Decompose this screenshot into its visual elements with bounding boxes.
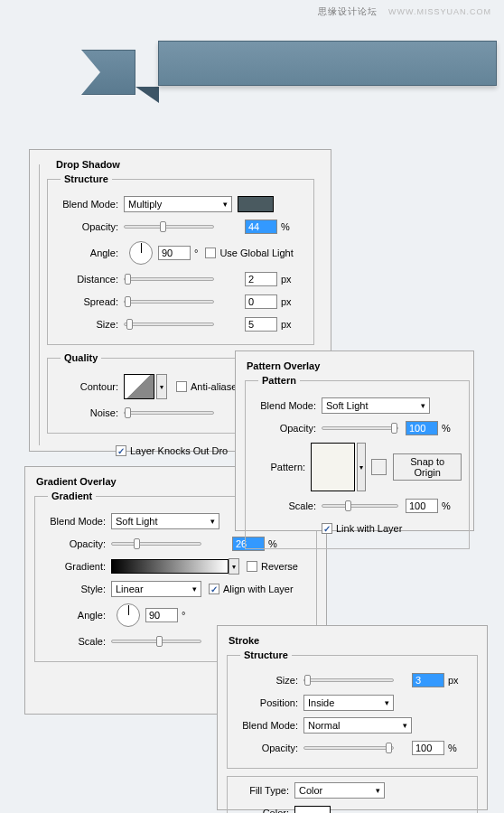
ds-spread-field[interactable]: [245, 294, 277, 309]
go-style-label: Style:: [42, 584, 106, 594]
st-structure-legend: Structure: [240, 649, 292, 660]
st-opacity-slider[interactable]: [303, 746, 394, 750]
st-position-label: Position:: [235, 697, 298, 708]
go-reverse-checkbox[interactable]: [247, 561, 257, 572]
st-opacity-label: Opacity:: [235, 743, 298, 753]
ds-size-field[interactable]: [245, 317, 277, 332]
ds-quality-legend: Quality: [61, 352, 101, 363]
ds-opacity-slider[interactable]: [124, 225, 214, 229]
ds-noise-slider[interactable]: [124, 411, 214, 415]
st-size-label: Size:: [235, 675, 298, 686]
go-align-label: Align with Layer: [223, 584, 294, 594]
go-scale-label: Scale:: [42, 636, 106, 647]
go-angle-dial[interactable]: [117, 603, 140, 627]
po-link-label: Link with Layer: [336, 523, 402, 534]
st-size-slider[interactable]: [303, 678, 394, 682]
ds-opacity-label: Opacity:: [55, 221, 118, 232]
watermark: 思缘设计论坛 WWW.MISSYUAN.COM: [318, 5, 491, 18]
ds-contour-box[interactable]: [124, 374, 154, 399]
po-blend-mode-label: Blend Mode:: [253, 400, 316, 411]
ds-color-swatch[interactable]: [238, 196, 274, 212]
go-gradient-arrow[interactable]: ▾: [229, 558, 239, 575]
go-gradient-bar[interactable]: [111, 559, 229, 574]
ds-size-slider[interactable]: [124, 322, 214, 326]
ds-antialias-checkbox[interactable]: [176, 381, 187, 392]
go-blend-mode-select[interactable]: Soft Light: [111, 513, 219, 529]
ribbon-bar: [158, 41, 497, 86]
watermark-text: 思缘设计论坛: [318, 6, 378, 16]
po-opacity-field[interactable]: [406, 421, 438, 435]
ds-opacity-field[interactable]: [245, 220, 277, 234]
ds-angle-field[interactable]: [158, 246, 191, 260]
po-pattern: Pattern Blend Mode: Soft Light Opacity: …: [245, 375, 470, 549]
st-fill: Fill Type: Color Color:: [227, 776, 478, 813]
po-title: Pattern Overlay: [243, 360, 323, 371]
po-pattern-legend: Pattern: [258, 375, 300, 386]
po-outer: Pattern Overlay Pattern Blend Mode: Soft…: [245, 360, 470, 556]
go-scale-slider[interactable]: [111, 640, 201, 643]
go-style-select[interactable]: Linear: [111, 581, 201, 597]
go-title: Gradient Overlay: [33, 476, 120, 487]
st-opacity-field[interactable]: [412, 741, 444, 755]
unit-percent: %: [281, 221, 290, 232]
ds-spread-slider[interactable]: [124, 300, 214, 304]
st-size-field[interactable]: [412, 673, 444, 687]
po-pattern-field-label: Pattern:: [253, 462, 305, 472]
go-blend-mode-label: Blend Mode:: [42, 516, 106, 527]
go-angle-field[interactable]: [145, 608, 178, 622]
po-blend-mode-select[interactable]: Soft Light: [322, 397, 430, 414]
po-link-checkbox[interactable]: [322, 523, 332, 534]
po-pattern-arrow[interactable]: ▾: [357, 443, 366, 491]
st-blend-mode-label: Blend Mode:: [235, 720, 298, 731]
po-opacity-label: Opacity:: [253, 423, 316, 434]
st-fill-type-label: Fill Type:: [235, 785, 289, 796]
po-scale-label: Scale:: [253, 500, 316, 511]
ds-spread-label: Spread:: [55, 296, 118, 307]
ds-global-light-checkbox[interactable]: [205, 248, 216, 258]
ds-contour-label: Contour:: [55, 381, 118, 392]
st-color-swatch[interactable]: [294, 806, 331, 813]
po-opacity-slider[interactable]: [322, 426, 398, 430]
ds-contour-arrow[interactable]: ▾: [156, 374, 167, 399]
ds-title: Drop Shadow: [52, 159, 124, 170]
st-color-label: Color:: [235, 808, 289, 813]
ds-distance-slider[interactable]: [124, 277, 214, 281]
ds-blend-mode-label: Blend Mode:: [55, 199, 118, 210]
po-snap-button[interactable]: Snap to Origin: [393, 453, 462, 481]
po-new-pattern-icon[interactable]: [371, 459, 387, 475]
po-scale-slider[interactable]: [322, 504, 398, 508]
st-outer: Stroke Structure Size: px Position: Insi…: [227, 635, 478, 813]
st-structure: Structure Size: px Position: Inside Blen…: [227, 649, 478, 769]
go-reverse-label: Reverse: [261, 561, 298, 572]
ds-structure-legend: Structure: [61, 173, 112, 184]
ribbon-fold: [135, 87, 159, 103]
ds-noise-label: Noise:: [55, 407, 118, 418]
st-position-select[interactable]: Inside: [303, 695, 394, 711]
ds-structure: Structure Blend Mode: Multiply Opacity: …: [47, 173, 314, 345]
ribbon-tail: [81, 50, 135, 95]
po-scale-field[interactable]: [406, 499, 438, 513]
st-fill-type-select[interactable]: Color: [294, 782, 385, 799]
go-opacity-label: Opacity:: [42, 538, 106, 549]
go-angle-label: Angle:: [42, 610, 106, 621]
ds-global-light-label: Use Global Light: [219, 248, 293, 258]
ds-distance-label: Distance:: [55, 274, 118, 285]
panel-pattern-overlay: Pattern Overlay Pattern Blend Mode: Soft…: [235, 350, 474, 531]
go-gradient-legend: Gradient: [48, 491, 96, 501]
ds-knockout-checkbox[interactable]: [116, 445, 126, 456]
ds-knockout-label: Layer Knocks Out Dro: [130, 445, 228, 456]
go-opacity-slider[interactable]: [111, 542, 201, 546]
go-gradient-label: Gradient:: [42, 561, 106, 572]
ds-blend-mode-select[interactable]: Multiply: [124, 196, 232, 212]
st-title: Stroke: [225, 635, 263, 646]
ds-angle-label: Angle:: [55, 248, 118, 258]
panel-stroke: Stroke Structure Size: px Position: Insi…: [217, 625, 488, 810]
watermark-url: WWW.MISSYUAN.COM: [388, 7, 491, 16]
ds-antialias-label: Anti-aliase: [191, 381, 237, 392]
ds-distance-field[interactable]: [245, 272, 277, 286]
go-align-checkbox[interactable]: [209, 584, 219, 594]
ds-size-label: Size:: [55, 319, 118, 330]
ds-angle-dial[interactable]: [129, 241, 153, 265]
st-blend-mode-select[interactable]: Normal: [303, 717, 412, 734]
po-pattern-box[interactable]: [311, 443, 354, 491]
